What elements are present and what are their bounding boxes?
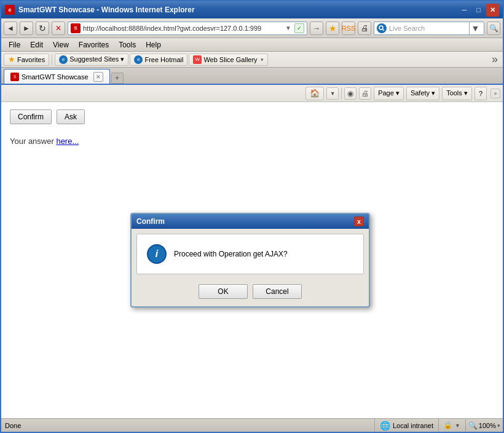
address-bar-area: ◄ ► ↻ ✕ S http://localhost:8888/index.ht… (1, 18, 503, 38)
favorites-button[interactable]: ★ Favorites (4, 54, 49, 66)
search-placeholder: Live Search (389, 25, 469, 32)
favorites-label: Favorites (17, 56, 45, 63)
home-icon: 🏠 (310, 89, 320, 98)
page-menu-label: Page ▾ (378, 89, 400, 97)
print-button[interactable]: 🖨 (358, 22, 371, 35)
info-icon: i (147, 244, 167, 264)
new-tab-button[interactable]: + (111, 73, 124, 84)
rss-button[interactable]: RSS (342, 22, 355, 35)
zoom-dropdown-icon: ▾ (497, 423, 500, 429)
refresh-button[interactable]: ↻ (36, 22, 49, 35)
menu-tools[interactable]: Tools (114, 39, 141, 50)
dialog-title: Confirm (136, 217, 165, 226)
answer-area: Your answer here... (1, 132, 503, 151)
tab-bar: S SmartGWT Showcase ✕ + (1, 68, 503, 85)
certificate-icon[interactable]: ✓ (294, 23, 304, 33)
search-submit-button[interactable]: ▼ (469, 22, 481, 35)
home-dropdown[interactable]: ▼ (326, 87, 339, 100)
menu-help[interactable]: Help (141, 39, 166, 50)
rss-feed-button[interactable]: ◉ (344, 87, 356, 100)
print-page-button[interactable]: 🖨 (359, 87, 371, 100)
live-search-icon (377, 23, 387, 33)
menu-edit[interactable]: Edit (25, 39, 48, 50)
dialog-close-button[interactable]: x (354, 217, 364, 226)
zoom-icon: 🔍 (468, 421, 478, 430)
stop-button[interactable]: ✕ (52, 22, 65, 35)
tools-menu-button[interactable]: Tools ▾ (442, 87, 472, 100)
menu-view[interactable]: View (48, 39, 74, 50)
ask-button[interactable]: Ask (57, 109, 85, 124)
tab-favicon: S (10, 73, 19, 81)
close-button[interactable]: ✕ (486, 4, 499, 17)
safety-menu-button[interactable]: Safety ▾ (406, 87, 439, 100)
suggested-sites-icon: e (59, 55, 68, 64)
tab-close-button[interactable]: ✕ (93, 72, 103, 82)
dialog-buttons: OK Cancel (132, 279, 369, 306)
info-icon-label: i (156, 248, 158, 260)
tools-menu-label: Tools ▾ (446, 89, 468, 97)
zoom-label: 100% (479, 422, 496, 429)
globe-icon: 🌐 (380, 421, 390, 431)
menu-bar: File Edit View Favorites Tools Help (1, 38, 503, 52)
address-text: http://localhost:8888/index.html?gwt.cod… (83, 25, 282, 32)
minimize-button[interactable]: ─ (458, 4, 471, 17)
address-box[interactable]: S http://localhost:8888/index.html?gwt.c… (68, 22, 307, 35)
tab-label: SmartGWT Showcase (22, 73, 89, 81)
zone-section: 🌐 Local intranet (374, 419, 438, 432)
dialog-cancel-button[interactable]: Cancel (253, 284, 302, 299)
status-right-section: 🌐 Local intranet 🔒 ▼ 🔍 100% ▾ (374, 419, 503, 432)
window-title: SmartGWT Showcase - Windows Internet Exp… (18, 6, 458, 14)
maximize-button[interactable]: □ (472, 4, 485, 17)
dialog-body: i Proceed with Operation get AJAX? (136, 234, 364, 274)
help-button[interactable]: ? (474, 87, 487, 100)
zone-label: Local intranet (393, 422, 433, 429)
favorites-bar: ★ Favorites e Suggested Sites ▾ e Free H… (1, 52, 503, 68)
dialog-ok-button[interactable]: OK (199, 284, 248, 299)
ie-toolbar: 🏠 ▼ ◉ 🖨 Page ▾ Safety ▾ Tools ▾ ? » (1, 85, 503, 102)
dialog-message: Proceed with Operation get AJAX? (174, 250, 288, 258)
free-hotmail-label: Free Hotmail (144, 56, 183, 63)
menu-file[interactable]: File (4, 39, 25, 50)
suggested-sites-button[interactable]: e Suggested Sites ▾ (55, 54, 128, 66)
answer-link[interactable]: here... (56, 137, 79, 146)
search-go-button[interactable]: 🔍 (487, 22, 500, 35)
more-button[interactable]: » (489, 53, 500, 66)
zoom-section[interactable]: 🔍 100% ▾ (465, 419, 503, 432)
menu-favorites[interactable]: Favorites (74, 39, 114, 50)
toolbar-sep-1 (341, 87, 342, 100)
window-controls: ─ □ ✕ (458, 4, 499, 17)
favorites-star-icon: ★ (8, 55, 15, 64)
web-slice-button[interactable]: W Web Slice Gallery ▾ (189, 54, 267, 66)
svg-line-1 (383, 29, 385, 31)
web-slice-arrow: ▾ (261, 57, 264, 63)
page-menu-button[interactable]: Page ▾ (374, 87, 404, 100)
address-dropdown-btn[interactable]: ▼ (283, 23, 293, 33)
content-area: Confirm Ask Your answer here... Confirm … (1, 102, 503, 432)
dialog-title-bar: Confirm x (132, 214, 369, 229)
home-button[interactable]: 🏠 (305, 87, 324, 100)
suggested-sites-label: Suggested Sites ▾ (69, 55, 124, 63)
help-label: ? (479, 90, 482, 97)
lock-icon: 🔒 (444, 421, 452, 429)
search-box[interactable]: Live Search ▼ (374, 22, 484, 35)
browser-icon: e (5, 5, 15, 15)
lock-dropdown-icon: ▼ (455, 423, 460, 429)
status-text: Done (1, 422, 374, 429)
bookmark-button[interactable]: ★ (326, 22, 339, 35)
free-hotmail-button[interactable]: e Free Hotmail (130, 54, 187, 66)
forward-button[interactable]: ► (20, 22, 33, 35)
svg-point-0 (379, 26, 383, 30)
gwt-buttons-area: Confirm Ask (1, 102, 503, 132)
go-button[interactable]: → (310, 22, 323, 35)
safety-menu-label: Safety ▾ (411, 89, 435, 97)
toolbar-more-button[interactable]: » (490, 89, 500, 98)
active-tab[interactable]: S SmartGWT Showcase ✕ (4, 69, 110, 84)
back-button[interactable]: ◄ (4, 22, 17, 35)
fav-separator-1 (52, 54, 52, 65)
confirm-button[interactable]: Confirm (10, 109, 52, 124)
lock-section: 🔒 ▼ (438, 419, 465, 432)
confirm-dialog: Confirm x i Proceed with Operation get A… (130, 213, 370, 308)
answer-prefix: Your answer (10, 137, 56, 146)
web-slice-icon: W (193, 55, 202, 64)
title-bar: e SmartGWT Showcase - Windows Internet E… (1, 1, 503, 18)
